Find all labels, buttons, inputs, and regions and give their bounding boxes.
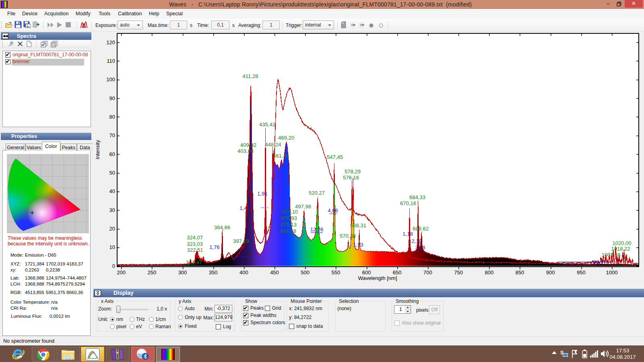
svg-text:30: 30: [109, 207, 115, 213]
svg-text:94,77: 94,77: [593, 259, 607, 265]
svg-text:1000: 1000: [606, 269, 618, 276]
svg-text:60: 60: [109, 151, 115, 157]
svg-text:475,13: 475,13: [281, 222, 297, 228]
svg-text:850: 850: [516, 269, 524, 276]
svg-text:322,51: 322,51: [187, 247, 203, 253]
svg-text:409,02: 409,02: [240, 142, 256, 148]
svg-text:477,10: 477,10: [282, 209, 298, 215]
svg-text:300: 300: [178, 269, 187, 276]
svg-text:Intensity: Intensity: [95, 140, 101, 159]
svg-text:3,18: 3,18: [415, 245, 425, 251]
svg-text:364,66: 364,66: [214, 224, 230, 230]
svg-text:323,03: 323,03: [187, 241, 203, 247]
svg-text:450: 450: [270, 269, 279, 276]
svg-text:448,24: 448,24: [265, 142, 281, 148]
svg-text:1,93: 1,93: [353, 242, 363, 248]
svg-text:800: 800: [485, 269, 493, 276]
svg-text:570,38: 570,38: [340, 233, 356, 239]
svg-text:350: 350: [209, 269, 218, 276]
svg-text:120: 120: [106, 39, 115, 45]
svg-text:950: 950: [577, 269, 586, 276]
svg-text:474,28: 474,28: [280, 228, 296, 234]
svg-text:4,66: 4,66: [328, 208, 338, 214]
svg-text:500: 500: [301, 269, 310, 276]
svg-text:2,19: 2,19: [411, 238, 421, 244]
svg-text:1,76: 1,76: [209, 244, 219, 250]
svg-text:1,91: 1,91: [257, 191, 267, 197]
svg-text:403,84: 403,84: [237, 148, 254, 154]
svg-text:411,28: 411,28: [243, 73, 258, 79]
svg-text:578,29: 578,29: [345, 169, 361, 175]
svg-text:1018,22: 1018,22: [611, 246, 630, 252]
svg-text:1020,00: 1020,00: [613, 240, 632, 246]
svg-text:1,44: 1,44: [239, 205, 250, 211]
svg-text:321,47: 321,47: [186, 259, 202, 265]
svg-text:520,27: 520,27: [309, 190, 325, 196]
svg-text:435,42: 435,42: [259, 121, 275, 128]
svg-text:100: 100: [106, 76, 115, 82]
svg-text:40: 40: [109, 188, 115, 194]
svg-text:750: 750: [454, 269, 463, 276]
svg-text:Wavelength [nm]: Wavelength [nm]: [358, 275, 397, 281]
svg-text:397,19: 397,19: [233, 238, 249, 244]
svg-text:684,33: 684,33: [409, 194, 425, 200]
svg-text:475,93: 475,93: [281, 215, 297, 221]
svg-text:469,20: 469,20: [278, 135, 294, 141]
svg-text:689,62: 689,62: [413, 226, 429, 232]
svg-text:900: 900: [546, 269, 555, 276]
svg-text:588,31: 588,31: [350, 222, 366, 228]
svg-text:400: 400: [239, 269, 248, 276]
svg-text:70: 70: [109, 132, 115, 138]
svg-text:200: 200: [117, 269, 126, 276]
svg-text:324,07: 324,07: [187, 234, 203, 241]
svg-text:700: 700: [423, 269, 432, 276]
svg-text:110: 110: [107, 58, 115, 64]
svg-text:0: 0: [112, 263, 115, 269]
svg-text:90: 90: [109, 95, 115, 101]
svg-text:1002,38: 1002,38: [602, 252, 621, 258]
svg-text:550: 550: [332, 269, 341, 276]
svg-text:670,16: 670,16: [400, 200, 416, 206]
svg-text:80: 80: [109, 114, 115, 120]
svg-text:250: 250: [147, 269, 156, 276]
svg-text:547,45: 547,45: [327, 154, 343, 160]
svg-text:650: 650: [393, 269, 402, 276]
svg-text:1,18: 1,18: [402, 231, 413, 237]
svg-text:600: 600: [362, 269, 371, 276]
svg-text:10: 10: [109, 244, 115, 250]
svg-text:50: 50: [109, 170, 115, 176]
svg-text:12,26: 12,26: [310, 226, 324, 232]
svg-text:576,16: 576,16: [343, 175, 359, 181]
svg-text:461,30: 461,30: [273, 153, 289, 159]
svg-text:20: 20: [109, 226, 115, 232]
